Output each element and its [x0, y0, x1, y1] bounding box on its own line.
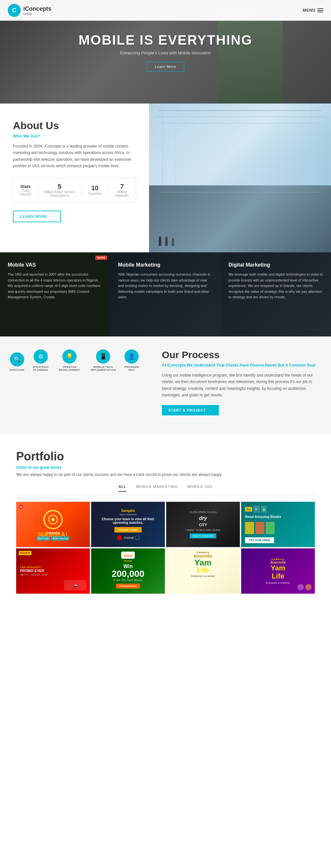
stat-2-number: 10: [88, 184, 102, 192]
click-subscribe[interactable]: Click To Subscribe: [190, 533, 216, 538]
promo-dates: SEPT.1 - NOV.30, 2015: [20, 573, 47, 576]
promo-title-text: PROMO EVER: [20, 569, 44, 572]
about-image-top: [149, 103, 331, 185]
learn-more-label: LEARN MORE: [20, 215, 47, 218]
service-mobile-marketing: Mobile Marketing With Nigerian consumers…: [110, 252, 221, 337]
mobile-tech-icon-circle: 📱: [96, 349, 110, 364]
stat-3-desc: Mobile Networks: [115, 190, 129, 197]
list-icon-area: ☰: [261, 506, 267, 513]
yam-life-content: Cadbury Bournvita YamLife Everyone is a …: [241, 548, 315, 594]
hero-content: MOBILE IS EVERYTHING Enhancing People's …: [78, 32, 253, 71]
about-who-label: Who We Are?: [13, 134, 136, 138]
process-left-panel: 🔍 DISCOVER ⚙ STRATEGIC PLANNING 💡 CREATI…: [0, 337, 149, 434]
tab-mobile-marketing[interactable]: MOBILE MARKETING: [136, 485, 177, 492]
logo-text-area: iConcepts Mobile: [23, 5, 52, 16]
stats-divider-1: [38, 183, 38, 196]
bourn-content: Cadbury Bournvita Yam Life Everyone is a…: [166, 548, 240, 594]
choose-team-btn[interactable]: Choose a team: [114, 527, 142, 532]
process-icon-mobile-tech: 📱 MOBILE TECH IMPLEMENTATION: [87, 349, 119, 371]
portfolio-item-5[interactable]: THE BIGGEST PROMO EVER SEPT.1 - NOV.30, …: [16, 548, 90, 594]
menu-icon: [318, 8, 323, 12]
tab-mobile-vas[interactable]: MOBILE VAS: [188, 485, 213, 492]
cadbury-label: Cadbury: [197, 551, 209, 554]
strategic-label: STRATEGIC PLANNING: [30, 366, 52, 371]
stats-sublabel: Track Record: [20, 189, 31, 196]
process-icons: 🔍 DISCOVER ⚙ STRATEGIC PLANNING 💡 CREATI…: [10, 349, 139, 371]
stat-3-number: 7: [115, 183, 129, 190]
portfolio-title: Portfolio: [16, 450, 315, 463]
check-box: [135, 536, 139, 539]
process-subtitle: At iConcepts We Understand That Clients …: [162, 363, 318, 368]
about-image-bottom: [149, 185, 331, 252]
arsenal-name: Arsenal: [124, 536, 134, 539]
logo-sub: Mobile: [23, 12, 52, 16]
news-badge: NEWS: [95, 255, 107, 260]
process-icon-program: 👤 PROGRAM MGT: [124, 349, 139, 371]
stat-3: 7 Mobile Networks: [115, 183, 129, 197]
process-section: 🔍 DISCOVER ⚙ STRATEGIC PLANNING 💡 CREATI…: [0, 337, 331, 434]
subscribe-title: Subscribe: [20, 531, 87, 534]
team-selection-area: Sangalo Team Selection Choose your team …: [91, 502, 165, 547]
portfolio-item-6[interactable]: Awuf promo Win 200,000 in the Viio Awuf …: [91, 548, 165, 594]
menu-button[interactable]: MENU: [303, 8, 323, 12]
stat-1-desc: Million Active Service Subscriptions: [44, 190, 75, 197]
win-amount: 200,000: [111, 569, 144, 579]
portfolio-item-7[interactable]: Cadbury Bournvita Yam Life Everyone is a…: [166, 548, 240, 594]
program-label: PROGRAM MGT: [124, 366, 139, 371]
subscribe-area: Subscribe ₦25 Daily ₦150 Monthly: [20, 531, 87, 540]
flip-logo: flip: [245, 507, 252, 512]
service-digital-marketing: Digital Marketing We leverage both mobil…: [221, 252, 331, 337]
price-1: ₦25 Daily: [36, 536, 50, 540]
creative-label: CREATIVE DEVELOPMENT: [57, 366, 82, 371]
ridder-badge: RIDDER: [19, 551, 31, 555]
tab-all[interactable]: ALL: [119, 485, 126, 492]
yam-life-title: YamLife: [270, 564, 285, 580]
team-header: Team Selection: [119, 513, 137, 516]
stat-2-desc: Countries: [88, 192, 102, 195]
process-title: Our Process: [162, 349, 318, 361]
about-title: About Us: [13, 120, 136, 132]
menu-label: MENU: [303, 8, 316, 12]
portfolio-item-8[interactable]: Cadbury Bournvita YamLife Everyone is a …: [241, 548, 315, 594]
services-section: Mobile VAS The VAS unit launched in 2007…: [0, 252, 331, 337]
hero-cta-button[interactable]: Learn More: [147, 62, 184, 71]
biggest-label: THE BIGGEST: [20, 566, 41, 569]
stat-1: 5 Million Active Service Subscriptions: [44, 183, 75, 197]
try-free-btn[interactable]: TRY FOR FREE: [245, 537, 274, 543]
hero-title: MOBILE IS EVERYTHING: [78, 32, 253, 48]
logo-letter: C: [12, 7, 16, 14]
portfolio-section: Portfolio Some of our great works We are…: [0, 434, 331, 603]
strategic-icon-circle: ⚙: [34, 349, 48, 364]
book-header: flip 🔍 ☰: [245, 506, 267, 513]
start-project-button[interactable]: START A PROJECT →: [162, 405, 219, 415]
find-out-btn[interactable]: Find out here!: [116, 584, 140, 588]
stats-label: Stats: [20, 184, 31, 189]
search-icon-area: 🔍: [254, 506, 260, 513]
about-right-panel: [149, 103, 331, 252]
service-2-text: With Nigerian consumers accessing numero…: [118, 272, 213, 300]
portfolio-description: We are always happy to be part of our cl…: [16, 472, 315, 477]
winner-label: Everyone is a winner: [191, 575, 215, 578]
logo-icon: C: [8, 4, 21, 17]
program-icon-circle: 👤: [125, 349, 139, 364]
learn-more-button[interactable]: LEARN MORE →: [13, 211, 61, 222]
header: C iConcepts Mobile MENU: [0, 0, 331, 21]
service-1-text: The VAS unit launched in 2007 after the …: [8, 272, 102, 300]
portfolio-item-2[interactable]: Sangalo Team Selection Choose your team …: [91, 502, 165, 547]
stat-1-number: 5: [44, 183, 75, 190]
awuf-text: Awuf: [124, 554, 133, 557]
portfolio-item-1[interactable]: NAMMA! Subscribe ₦25 Daily ₦150 Monthly …: [16, 502, 90, 547]
portfolio-item-4[interactable]: flip 🔍 ☰ Read Amazing Books: [241, 502, 315, 547]
cadbury-badge: Cadbury: [271, 558, 284, 561]
discover-icon-circle: 🔍: [10, 352, 24, 367]
m-badge: m: [19, 504, 23, 509]
target-icon: [43, 510, 63, 529]
team-subtitle: Choose your team to view all their upcom…: [94, 517, 162, 524]
yam-label: Yam: [194, 558, 212, 567]
portfolio-item-3[interactable]: SUBSCRIBE PAUSA dryCITY I WANT TO BE A G…: [166, 502, 240, 547]
logo-area: C iConcepts Mobile: [8, 4, 52, 17]
stat-2: 10 Countries: [88, 184, 102, 195]
sangalo-label: Sangalo: [121, 508, 135, 513]
process-icon-strategic: ⚙ STRATEGIC PLANNING: [30, 349, 52, 371]
process-right-panel: Our Process At iConcepts We Understand T…: [149, 337, 331, 434]
